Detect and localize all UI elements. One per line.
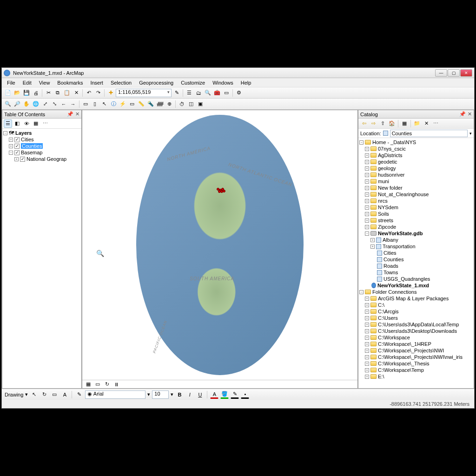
line-color-icon[interactable]: ✎	[231, 390, 239, 399]
toolbox-icon[interactable]: 🧰	[213, 89, 221, 97]
minimize-button[interactable]: —	[435, 69, 447, 77]
expander-icon[interactable]: +	[365, 225, 369, 229]
full-extent-icon[interactable]: 🌐	[32, 100, 40, 108]
checkbox[interactable]: ✓	[14, 150, 20, 155]
paste-icon[interactable]: 📋	[63, 89, 71, 97]
save-icon[interactable]: 💾	[22, 89, 31, 97]
open-icon[interactable]: 📂	[13, 89, 21, 97]
back-icon[interactable]: ←	[60, 100, 68, 108]
menu-windows[interactable]: Windows	[209, 79, 237, 86]
expander-icon[interactable]: +	[365, 342, 369, 346]
tree-item[interactable]: +C:\Workspace\_Thesis	[359, 360, 473, 367]
expander-icon[interactable]: +	[365, 160, 369, 164]
tree-item[interactable]: +nrcs	[359, 198, 473, 204]
checkbox[interactable]: ✓	[20, 157, 25, 162]
tree-item[interactable]: +C:\Workspace\_Projects\NWI	[359, 347, 473, 354]
expander-icon[interactable]: +	[365, 368, 369, 372]
scale-combo[interactable]: 1:116,055,519	[116, 89, 172, 97]
cat-toggle-icon[interactable]: ▦	[400, 119, 409, 128]
toc-icon[interactable]: ☰	[185, 89, 193, 97]
menu-file[interactable]: File	[4, 79, 19, 86]
redo-icon[interactable]: ↷	[94, 89, 102, 97]
panel-close-icon[interactable]: ✕	[75, 111, 79, 117]
map-view[interactable]: NORTH AMERICA SOUTH AMERICA NORTH ATLANT…	[82, 110, 358, 389]
tree-item[interactable]: +Transportation	[359, 243, 473, 250]
location-input[interactable]	[390, 130, 468, 137]
menu-view[interactable]: View	[36, 79, 53, 86]
tree-item[interactable]: +C:\Arcgis	[359, 308, 473, 315]
pan-icon[interactable]: ✋	[22, 100, 31, 108]
expander-icon[interactable]: +	[365, 166, 369, 171]
hyperlink-icon[interactable]: ⚡	[119, 100, 127, 108]
expander-icon[interactable]: +	[14, 157, 19, 161]
tree-item[interactable]: Towns	[359, 269, 473, 276]
tree-item[interactable]: −NewYorkState.gdb	[359, 230, 473, 237]
expander-icon[interactable]: +	[365, 316, 369, 320]
cat-options-icon[interactable]: ⋯	[431, 119, 440, 128]
tree-item[interactable]: +streets	[359, 217, 473, 224]
tree-item[interactable]: +NYSdem	[359, 204, 473, 211]
select-elements-icon[interactable]: ↖	[100, 100, 108, 108]
refresh-icon[interactable]: ↻	[103, 380, 111, 389]
copy-icon[interactable]: ⧉	[53, 89, 62, 97]
pause-draw-icon[interactable]: ⏸	[112, 380, 120, 389]
editor-toolbar-icon[interactable]: ✎	[172, 89, 181, 97]
expander-icon[interactable]: +	[365, 336, 369, 340]
expander-icon[interactable]: +	[365, 153, 369, 158]
expander-icon[interactable]: +	[365, 212, 369, 216]
tree-item[interactable]: +E:\	[359, 373, 473, 380]
html-popup-icon[interactable]: ▭	[128, 100, 136, 108]
clear-selection-icon[interactable]: ▯	[91, 100, 99, 108]
expander-icon[interactable]: +	[365, 310, 369, 314]
expander-icon[interactable]: +	[365, 199, 369, 203]
tree-item[interactable]: USGS_Quadrangles	[359, 276, 473, 282]
catalog-tree[interactable]: −Home - _Data\NYS+07nys_cscic+AgDistrict…	[358, 138, 474, 388]
expander-icon[interactable]: +	[365, 349, 369, 353]
tree-item[interactable]: +C:\	[359, 302, 473, 308]
toc-tree[interactable]: −🗺Layers +✓Cities +✓Counties −✓Basemap +…	[2, 129, 81, 388]
menu-customize[interactable]: Customize	[178, 79, 208, 86]
undo-icon[interactable]: ↶	[85, 89, 93, 97]
tree-item[interactable]: +C:\Workspace\_1HREP	[359, 341, 473, 347]
pin-icon[interactable]: 📌	[459, 111, 466, 117]
find-route-icon[interactable]: ᚏ	[156, 100, 164, 108]
delete-icon[interactable]: ✕	[72, 89, 80, 97]
expander-icon[interactable]: +	[365, 323, 369, 327]
expander-icon[interactable]: +	[370, 245, 375, 249]
expander-icon[interactable]: +	[365, 303, 369, 307]
time-slider-icon[interactable]: ⏱	[178, 100, 186, 108]
cut-icon[interactable]: ✂	[44, 89, 53, 97]
expander-icon[interactable]: −	[365, 231, 369, 236]
expander-icon[interactable]: +	[365, 329, 369, 333]
tree-item[interactable]: NewYorkState_1.mxd	[359, 282, 473, 289]
menu-help[interactable]: Help	[238, 79, 255, 86]
measure-icon[interactable]: 📏	[137, 100, 145, 108]
expander-icon[interactable]: +	[365, 362, 369, 366]
expander-icon[interactable]: +	[365, 218, 369, 223]
tree-item[interactable]: +Albany	[359, 237, 473, 243]
expander-icon[interactable]: +	[365, 375, 369, 379]
cat-forward-icon[interactable]: ⇨	[369, 119, 377, 128]
tree-item[interactable]: +geodetic	[359, 159, 473, 165]
search-window-icon[interactable]: 🔍	[204, 89, 212, 97]
expander-icon[interactable]: +	[365, 192, 369, 197]
cat-home-icon[interactable]: 🏠	[388, 119, 396, 128]
expander-icon[interactable]: +	[9, 144, 13, 148]
tree-item[interactable]: −Folder Connections	[359, 289, 473, 295]
font-dropdown-icon[interactable]: ▾	[147, 391, 150, 397]
menu-insert[interactable]: Insert	[87, 79, 106, 86]
cat-up-icon[interactable]: ⇧	[378, 119, 387, 128]
expander-icon[interactable]: −	[9, 151, 13, 155]
print-icon[interactable]: 🖨	[32, 89, 40, 97]
options-icon[interactable]: ⋯	[41, 119, 49, 128]
font-color-icon[interactable]: A	[210, 390, 218, 399]
model-builder-icon[interactable]: ⚙	[235, 89, 243, 97]
expander-icon[interactable]: +	[365, 297, 369, 301]
tree-item[interactable]: Roads	[359, 263, 473, 269]
goto-xy-icon[interactable]: ⊕	[165, 100, 173, 108]
list-by-source-icon[interactable]: ◧	[13, 119, 21, 128]
expander-icon[interactable]: +	[370, 238, 375, 242]
find-icon[interactable]: 🔦	[146, 100, 155, 108]
layer-counties[interactable]: Counties	[21, 143, 43, 149]
tree-item[interactable]: +AgDistricts	[359, 152, 473, 159]
